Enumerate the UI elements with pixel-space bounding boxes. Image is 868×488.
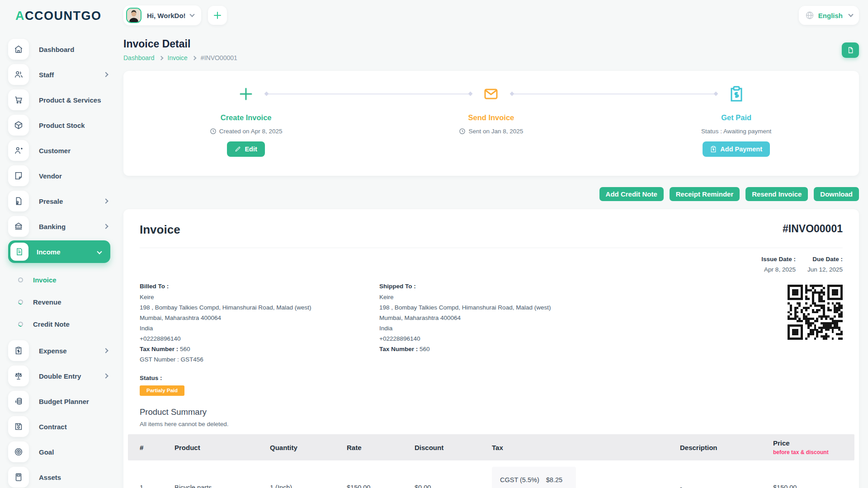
sidebar-item-assets[interactable]: Assets [8,465,117,488]
billed-to-block: Billed To : Keire 198 , Bombay Talkies C… [140,283,379,365]
sidebar-item-presale[interactable]: Presale [8,188,117,214]
sidebar-item-staff[interactable]: Staff [8,62,117,87]
edit-button[interactable]: Edit [227,141,264,157]
clipboard-dollar-icon [710,145,717,153]
scales-icon [8,366,29,386]
add-workspace-button[interactable] [208,6,227,25]
sidebar-item-budget-planner[interactable]: Budget Planner [8,389,117,414]
divider [140,248,843,248]
logo-accent-letter: A [15,9,25,23]
submenu-item-credit-note[interactable]: Credit Note [8,313,117,335]
bullet-icon [17,321,24,327]
invoice-doc-icon [10,243,28,261]
chevron-down-icon [97,249,102,254]
receipt-reminder-button[interactable]: Receipt Reminder [670,187,740,201]
cell-description: - [680,460,773,488]
sidebar-item-label: Assets [39,474,110,481]
clock-icon [459,128,466,135]
add-payment-button[interactable]: Add Payment [703,141,770,157]
page-header: Invoice Detail Dashboard Invoice #INVO00… [123,38,859,61]
sidebar-item-vendor[interactable]: Vendor [8,163,117,188]
sidebar-item-banking[interactable]: Banking [8,214,117,239]
language-label: English [818,12,843,19]
step-title: Send Invoice [468,113,514,122]
step-connector [511,94,717,94]
chevron-right-icon [159,56,163,60]
col-num: # [140,444,175,451]
sidebar-item-goal[interactable]: Goal [8,439,117,465]
shipped-country: India [379,323,788,333]
due-date-value: Jun 12, 2025 [807,266,843,273]
chevron-right-icon [103,373,108,378]
shipped-city: Mumbai, Maharashtra 400064 [379,313,788,323]
product-summary-title: Product Summary [140,407,843,417]
product-summary-note: All items here cannot be deleted. [140,421,843,427]
col-price: Price before tax & discount [773,439,843,455]
cell-rate: $150.00 [347,460,415,488]
sidebar-item-product-stock[interactable]: Product Stock [8,113,117,138]
tax-amount: $8.25 [546,476,562,488]
table-header-row: # Product Quantity Rate Discount Tax Des… [128,434,854,460]
submenu-item-invoice[interactable]: Invoice [8,269,117,291]
status-badge: Partialy Paid [140,385,184,396]
sidebar-item-product-services[interactable]: Product & Services [8,87,117,113]
file-icon [847,47,854,54]
cell-tax: CGST (5.5%) $8.25 [492,460,680,488]
status-label: Status : [140,375,843,381]
col-product: Product [175,444,270,451]
download-button[interactable]: Download [814,187,859,201]
shipped-phone: +02228896140 [379,333,788,344]
plus-icon [238,84,254,104]
sidebar-item-label: Vendor [39,172,110,180]
tax-box: CGST (5.5%) $8.25 [492,467,576,488]
invoice-dates: Issue Date : Apr 8, 2025 Due Date : Jun … [140,256,843,273]
note-icon [8,165,29,186]
billed-gst-number: GST Number : GST456 [140,354,379,365]
sidebar-item-customer[interactable]: Customer [8,138,117,163]
breadcrumb-dashboard[interactable]: Dashboard [123,54,155,61]
sidebar-item-expense[interactable]: Expense [8,338,117,363]
addresses-section: Billed To : Keire 198 , Bombay Talkies C… [140,283,843,365]
resend-invoice-button[interactable]: Resend Invoice [745,187,808,201]
sidebar-item-label: Goal [39,448,110,456]
product-table: # Product Quantity Rate Discount Tax Des… [128,434,854,488]
chevron-right-icon [192,56,196,60]
sidebar-item-dashboard[interactable]: Dashboard [8,37,117,62]
coins-dollar-icon [8,391,29,412]
billed-name: Keire [140,292,379,302]
invoice-card: Invoice #INVO00001 Issue Date : Apr 8, 2… [123,209,859,488]
billed-tax-number: Tax Number : 560 [140,344,379,354]
app-logo: ACCOUNTGO [15,9,117,23]
sidebar-item-income[interactable]: Income [8,240,110,263]
sidebar-item-double-entry[interactable]: Double Entry [8,363,117,389]
sidebar: ACCOUNTGO Dashboard Staff Product & Serv… [0,0,117,488]
submenu-item-label: Invoice [33,276,57,284]
shipped-street: 198 , Bombay Talkies Compd, Himanshurai … [379,302,788,313]
submenu-item-revenue[interactable]: Revenue [8,291,117,313]
sidebar-item-label: Double Entry [39,372,104,380]
breadcrumb-invoice[interactable]: Invoice [168,54,188,61]
greeting-label: Hi, WorkDo! [147,12,186,19]
logo-text: CCOUNTGO [25,9,102,23]
issue-date-value: Apr 8, 2025 [761,266,796,273]
due-date-label: Due Date : [807,256,843,263]
export-invoice-button[interactable] [842,42,859,58]
breadcrumb-current: #INVO00001 [201,54,237,61]
sidebar-item-label: Customer [39,147,110,155]
sidebar-item-contract[interactable]: Contract [8,414,117,439]
status-section: Status : Partialy Paid [140,375,843,396]
sidebar-item-label: Dashboard [39,46,110,53]
clock-icon [210,128,217,135]
home-icon [8,39,29,60]
user-menu[interactable]: Hi, WorkDo! [123,5,201,25]
tax-name: CGST (5.5%) [500,476,539,488]
col-tax: Tax [492,444,680,451]
cell-discount: $0.00 [415,460,492,488]
cell-product: Bicycle parts [175,460,270,488]
sidebar-item-label: Expense [39,347,104,355]
step-title: Get Paid [721,113,751,122]
sidebar-item-label: Product & Services [39,96,110,104]
sidebar-item-label: Presale [39,197,104,205]
language-selector[interactable]: English [799,6,859,25]
add-credit-note-button[interactable]: Add Credit Note [599,187,664,201]
